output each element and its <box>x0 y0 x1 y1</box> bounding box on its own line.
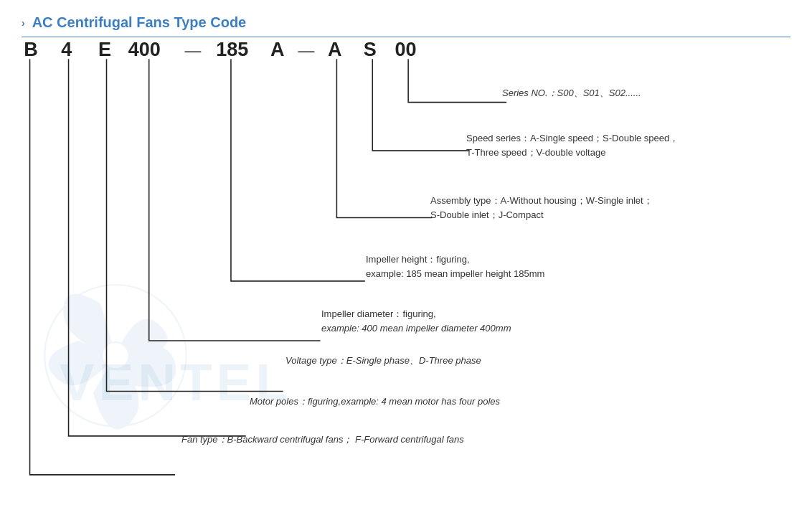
svg-text:A: A <box>328 39 341 60</box>
svg-text:S: S <box>364 39 377 60</box>
svg-text:185: 185 <box>216 39 248 60</box>
impeller-height-label: Impeller height：figuring, example: 185 m… <box>366 252 544 280</box>
assembly-type-label: Assembly type：A-Without housing；W-Single… <box>430 194 653 222</box>
svg-text:E: E <box>98 39 111 60</box>
series-no-label: Series NO.：S00、S01、S02...... <box>502 86 641 100</box>
svg-text:A: A <box>270 39 285 60</box>
page-container: › AC Centrifugal Fans Type Code VENTEL B… <box>0 0 812 510</box>
svg-text:4: 4 <box>61 39 72 60</box>
voltage-type-label: Voltage type：E-Single phase、D-Three phas… <box>285 354 481 368</box>
motor-poles-label: Motor poles：figuring,example: 4 mean mot… <box>250 395 500 409</box>
svg-text:00: 00 <box>395 39 416 60</box>
svg-text:—: — <box>185 41 202 60</box>
svg-text:—: — <box>298 41 314 60</box>
svg-text:B: B <box>24 39 37 60</box>
impeller-diameter-label: Impeller diameter：figuring, example: 400… <box>321 307 511 335</box>
svg-text:400: 400 <box>128 39 161 60</box>
fan-type-label: Fan type：B-Backward centrifugal fans； F-… <box>181 433 464 447</box>
speed-series-label: Speed series：A-Single speed；S-Double spe… <box>466 131 679 159</box>
